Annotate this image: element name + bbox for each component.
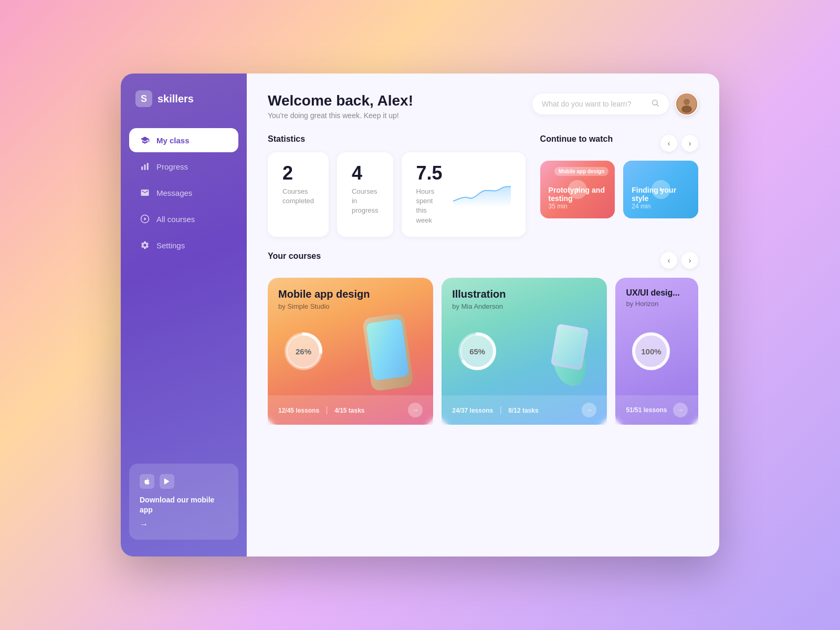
logo-icon: S [135, 90, 152, 107]
play-button[interactable] [568, 180, 587, 199]
courses-next-arrow[interactable]: › [681, 252, 698, 269]
apple-store-icon[interactable] [140, 474, 154, 489]
sidebar-item-progress[interactable]: Progress [129, 154, 238, 178]
continue-title: Continue to watch [540, 134, 613, 144]
continue-card-subtitle: 24 min [632, 203, 690, 210]
statistics-title: Statistics [268, 134, 526, 144]
course-info: Mobile app design by Simple Studio [268, 278, 433, 321]
course-footer: 24/37 lessons | 8/12 tasks → [442, 395, 607, 425]
header-right: What do you want to learn? [532, 92, 698, 116]
course-footer: 51/51 lessons → [615, 395, 698, 425]
header: Welcome back, Alex! You're doing great t… [268, 92, 698, 120]
course-author: by Simple Studio [278, 302, 423, 310]
play-button[interactable] [652, 180, 670, 199]
welcome-subtitle: You're doing great this week. Keep it up… [268, 111, 413, 120]
sidebar-item-all-courses[interactable]: All courses [129, 207, 238, 231]
header-left: Welcome back, Alex! You're doing great t… [268, 92, 413, 120]
course-author: by Horizon [626, 300, 688, 308]
continue-cards: Mobile app design Prototyping and testin… [540, 161, 698, 218]
stat-card-courses-completed: 2 Courses completed [268, 152, 329, 237]
course-card-uxui[interactable]: UX/UI desig... by Horizon 100% [615, 278, 698, 425]
download-text: Download our mobile app [140, 495, 228, 516]
stat-label: Courses in progress [352, 187, 379, 216]
courses-header: Your courses ‹ › [268, 251, 698, 269]
store-icons [140, 474, 228, 489]
continue-card-1[interactable]: Mobile app design Prototyping and testin… [540, 161, 615, 218]
svg-rect-1 [144, 164, 146, 170]
sidebar-item-label: Progress [156, 162, 188, 171]
course-arrow[interactable]: → [673, 403, 688, 417]
sidebar-item-my-class[interactable]: My class [129, 128, 238, 152]
stat-label: Hours spent this week [416, 187, 443, 225]
sidebar-item-messages[interactable]: Messages [129, 181, 238, 205]
course-title: Mobile app design [278, 288, 423, 300]
search-bar[interactable]: What do you want to learn? [532, 93, 669, 114]
search-placeholder: What do you want to learn? [542, 100, 646, 108]
stat-label: Courses completed [282, 187, 314, 206]
continue-nav-arrows: ‹ › [660, 135, 698, 152]
course-info: Illustration by Mia Anderson [442, 278, 607, 321]
graduation-icon [140, 135, 150, 145]
course-info: UX/UI desig... by Horizon [615, 278, 698, 318]
app-window: S skillers My class [121, 74, 719, 556]
courses-section: Your courses ‹ › Mobile app design by Si… [268, 251, 698, 538]
nav-items: My class Progress Messag [121, 128, 247, 464]
play-icon [140, 214, 150, 224]
continue-card-2[interactable]: Finding your style 24 min [623, 161, 698, 218]
download-section: Download our mobile app → [129, 464, 238, 540]
course-arrow[interactable]: → [582, 403, 596, 417]
stats-row: 2 Courses completed 4 Courses in progres… [268, 152, 526, 237]
course-lessons: 24/37 lessons [452, 407, 493, 414]
svg-point-7 [681, 106, 692, 113]
stat-card-hours: 7.5 Hours spent this week [402, 152, 526, 237]
stats-continue-row: Statistics 2 Courses completed 4 Courses [268, 134, 698, 237]
progress-label: 100% [641, 346, 661, 355]
user-avatar[interactable] [675, 92, 698, 116]
course-badge: Mobile app design [554, 167, 608, 176]
sidebar-item-label: Settings [156, 241, 185, 250]
progress-circle-wrapper: 100% [630, 330, 672, 372]
svg-rect-0 [141, 166, 143, 170]
course-author: by Mia Anderson [452, 302, 596, 310]
course-tasks: 4/15 tasks [334, 407, 364, 414]
progress-icon [140, 161, 150, 172]
sidebar: S skillers My class [121, 74, 247, 556]
svg-rect-2 [147, 163, 149, 170]
continue-section: Continue to watch ‹ › Mobile app design [540, 134, 698, 237]
courses-grid: Mobile app design by Simple Studio 26% [268, 278, 698, 425]
search-icon [651, 99, 659, 109]
prev-arrow[interactable]: ‹ [660, 135, 677, 152]
course-card-mobile-app[interactable]: Mobile app design by Simple Studio 26% [268, 278, 433, 425]
course-footer: 12/45 lessons | 4/15 tasks → [268, 395, 433, 425]
messages-icon [140, 187, 150, 198]
course-arrow[interactable]: → [408, 403, 423, 417]
settings-icon [140, 240, 150, 250]
course-lessons: 12/45 lessons [278, 407, 319, 414]
sidebar-item-label: Messages [156, 188, 192, 197]
progress-label: 65% [469, 346, 485, 355]
sidebar-logo: S skillers [121, 90, 247, 107]
courses-nav-arrows: ‹ › [660, 252, 698, 269]
main-content: Welcome back, Alex! You're doing great t… [247, 74, 719, 556]
course-title: UX/UI desig... [626, 288, 688, 298]
stat-value: 4 [352, 164, 379, 183]
welcome-title: Welcome back, Alex! [268, 92, 413, 109]
course-title: Illustration [452, 288, 596, 300]
stat-value: 7.5 [416, 164, 443, 183]
course-tasks: 8/12 tasks [508, 407, 538, 414]
sidebar-item-settings[interactable]: Settings [129, 233, 238, 257]
progress-circle-wrapper: 65% [456, 330, 498, 372]
course-lessons: 51/51 lessons [626, 406, 667, 414]
svg-point-6 [684, 99, 690, 105]
statistics-section: Statistics 2 Courses completed 4 Courses [268, 134, 526, 237]
play-store-icon[interactable] [160, 474, 174, 489]
hours-chart [453, 181, 511, 207]
download-arrow[interactable]: → [140, 520, 148, 529]
courses-prev-arrow[interactable]: ‹ [660, 252, 677, 269]
course-card-illustration[interactable]: Illustration by Mia Anderson 65% [442, 278, 607, 425]
continue-card-subtitle: 35 min [549, 203, 607, 210]
progress-label: 26% [296, 346, 311, 355]
stat-card-courses-inprogress: 4 Courses in progress [337, 152, 393, 237]
next-arrow[interactable]: › [681, 135, 698, 152]
logo-text: skillers [158, 93, 194, 105]
